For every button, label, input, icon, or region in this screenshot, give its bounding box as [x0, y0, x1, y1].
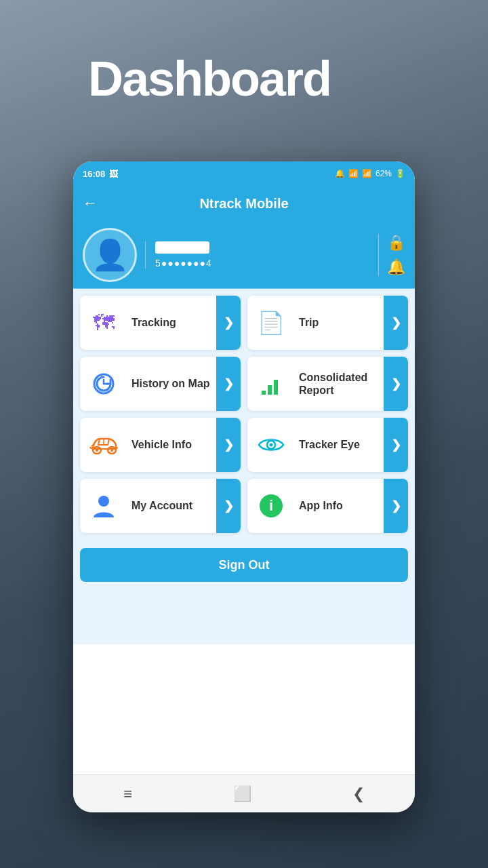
- user-section: 👤 5●●●●●●●4 🔒 🔔: [73, 221, 415, 289]
- user-id: 5●●●●●●●4: [155, 258, 370, 269]
- menu-item-tracker[interactable]: Tracker Eye ❯: [247, 418, 408, 472]
- user-name-bar: [155, 241, 209, 254]
- menu-item-vehicle[interactable]: Vehicle Info ❯: [80, 418, 241, 472]
- appinfo-icon-area: i: [247, 479, 295, 533]
- vehicle-label: Vehicle Info: [127, 438, 216, 451]
- svg-rect-4: [268, 385, 272, 395]
- app-title: Ntrack Mobile: [199, 196, 288, 212]
- page-title: Dashboard: [88, 51, 331, 106]
- phone-frame: 16:08 🖼 🔔 📶 📶 62% 🔋 ← Ntrack Mobile 👤 5●…: [73, 161, 415, 812]
- report-icon-area: [247, 357, 295, 411]
- account-label: My Account: [127, 499, 216, 512]
- svg-rect-5: [274, 380, 278, 395]
- menu-item-account[interactable]: My Account ❯: [80, 479, 241, 533]
- status-time: 16:08: [83, 169, 105, 179]
- status-bar: 16:08 🖼 🔔 📶 📶 62% 🔋: [73, 161, 415, 186]
- tracking-label: Tracking: [127, 316, 216, 329]
- menu-item-report[interactable]: Consolidated Report ❯: [247, 357, 408, 411]
- history-arrow: ❯: [216, 357, 241, 411]
- battery-label: 62%: [375, 169, 392, 178]
- history-icon-area: [80, 357, 127, 411]
- tracker-icon-area: [247, 418, 295, 472]
- tracking-icon-area: 🗺: [80, 296, 127, 350]
- vehicle-arrow: ❯: [216, 418, 241, 472]
- vehicle-icon: [89, 435, 119, 454]
- menu-grid: 🗺 Tracking ❯ 📄 Trip ❯: [73, 289, 415, 540]
- app-header: ← Ntrack Mobile: [73, 186, 415, 221]
- menu-item-trip[interactable]: 📄 Trip ❯: [247, 296, 408, 350]
- status-left: 16:08 🖼: [83, 169, 118, 179]
- svg-point-12: [270, 443, 273, 447]
- appinfo-arrow: ❯: [384, 479, 408, 533]
- account-icon: [92, 493, 115, 519]
- svg-text:i: i: [269, 497, 273, 514]
- content-spacer: [73, 590, 415, 644]
- bottom-nav: ≡ ⬜ ❮: [73, 774, 415, 812]
- trip-label: Trip: [295, 316, 384, 329]
- bell-icon[interactable]: 🔔: [387, 258, 405, 276]
- back-button[interactable]: ←: [83, 195, 98, 212]
- user-info: 5●●●●●●●4: [145, 241, 370, 269]
- signout-area: Sign Out: [73, 540, 415, 590]
- report-arrow: ❯: [384, 357, 408, 411]
- alarm-icon: 🔔: [335, 169, 345, 178]
- eye-icon: [258, 435, 285, 454]
- account-icon-area: [80, 479, 127, 533]
- info-icon: i: [258, 493, 284, 519]
- trip-icon: 📄: [258, 310, 285, 336]
- wifi-icon: 📶: [348, 169, 359, 178]
- report-label: Consolidated Report: [295, 371, 384, 397]
- menu-item-appinfo[interactable]: i App Info ❯: [247, 479, 408, 533]
- trip-arrow: ❯: [384, 296, 408, 350]
- history-icon: [92, 372, 116, 396]
- account-arrow: ❯: [216, 479, 241, 533]
- trip-icon-area: 📄: [247, 296, 295, 350]
- nav-home-button[interactable]: ⬜: [220, 780, 265, 808]
- appinfo-label: App Info: [295, 499, 384, 512]
- battery-icon: 🔋: [395, 169, 405, 178]
- signal-icon: 📶: [362, 169, 372, 178]
- history-label: History on Map: [127, 377, 216, 390]
- nav-menu-button[interactable]: ≡: [110, 780, 146, 808]
- status-right: 🔔 📶 📶 62% 🔋: [335, 169, 405, 178]
- svg-point-13: [98, 496, 109, 507]
- nav-back-button[interactable]: ❮: [339, 780, 378, 808]
- avatar: 👤: [83, 228, 137, 282]
- user-actions: 🔒 🔔: [378, 234, 405, 276]
- tracker-label: Tracker Eye: [295, 438, 384, 451]
- menu-item-tracking[interactable]: 🗺 Tracking ❯: [80, 296, 241, 350]
- tracking-arrow: ❯: [216, 296, 241, 350]
- svg-rect-3: [262, 391, 266, 395]
- photo-icon: 🖼: [109, 169, 118, 179]
- report-icon: [259, 372, 283, 396]
- tracker-arrow: ❯: [384, 418, 408, 472]
- user-avatar-icon: 👤: [92, 237, 129, 273]
- signout-button[interactable]: Sign Out: [80, 548, 408, 582]
- map-icon: 🗺: [93, 311, 115, 336]
- menu-item-history[interactable]: History on Map ❯: [80, 357, 241, 411]
- lock-icon[interactable]: 🔒: [387, 234, 405, 252]
- vehicle-icon-area: [80, 418, 127, 472]
